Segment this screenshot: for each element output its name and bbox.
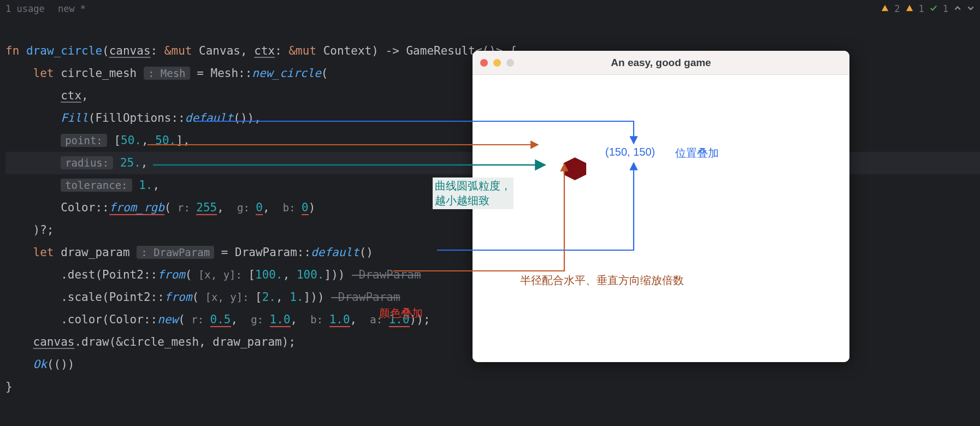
call-from-rgb: from_rgb <box>109 201 164 215</box>
param-hint-radius: radius: <box>61 156 113 169</box>
param-ctx: ctx <box>254 44 275 57</box>
call-new-circle: new_circle <box>252 67 321 80</box>
fn-name: draw_circle <box>26 44 102 57</box>
window-titlebar[interactable]: An easy, good game <box>473 51 849 75</box>
maximize-icon[interactable] <box>506 59 514 67</box>
anno-arc-granularity: 曲线圆弧粒度， 越小越细致 <box>433 177 513 209</box>
window-title: An easy, good game <box>611 57 711 69</box>
editor-header: 1 usage new * 2 1 1 <box>0 0 980 17</box>
call-dest: dest <box>68 268 96 281</box>
anno-color-overlay: 颜色叠加 <box>379 306 423 321</box>
type-hint-strike: DrawParam <box>352 268 421 281</box>
warning-count-2: 1 <box>919 3 924 14</box>
inspection-widget[interactable]: 2 1 1 <box>881 3 975 14</box>
check-icon[interactable] <box>930 3 937 14</box>
warning-count-1: 2 <box>894 3 900 14</box>
warning-icon[interactable] <box>906 3 913 14</box>
type-hint-drawparam: : DrawParam <box>137 246 214 259</box>
chevron-up-icon[interactable] <box>954 3 961 14</box>
type-hint-mesh: : Mesh <box>144 67 190 80</box>
call-color: color <box>68 313 102 326</box>
coord-label: (150, 150) <box>605 146 655 158</box>
game-canvas <box>473 75 849 362</box>
circle-shape <box>564 157 586 180</box>
param-hint-point: point: <box>61 134 107 147</box>
warning-icon[interactable] <box>881 3 889 14</box>
call-scale: scale <box>68 291 102 304</box>
minimize-icon[interactable] <box>493 59 501 67</box>
anno-radius-scale: 半径配合水平、垂直方向缩放倍数 <box>520 273 684 288</box>
anno-position-overlay: 位置叠加 <box>675 146 719 161</box>
keyword-fn: fn <box>5 44 19 57</box>
param-hint-tolerance: tolerance: <box>61 179 132 192</box>
chevron-down-icon[interactable] <box>967 3 975 14</box>
game-window: An easy, good game <box>473 51 849 362</box>
traffic-lights[interactable] <box>480 59 514 67</box>
blame-label[interactable]: new * <box>58 3 86 14</box>
usages-label[interactable]: 1 usage <box>5 3 45 14</box>
check-count: 1 <box>943 3 948 14</box>
close-icon[interactable] <box>480 59 488 67</box>
param-canvas: canvas <box>109 44 151 57</box>
